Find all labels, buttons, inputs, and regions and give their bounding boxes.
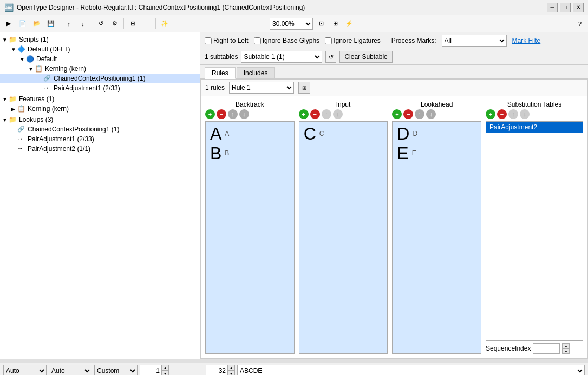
auto-select-1[interactable]: Auto [3,365,47,375]
substitution-table-list[interactable]: PairAdjustment2 [486,121,583,341]
tree-item-scripts[interactable]: ▼ 📁 Scripts (1) [0,35,200,44]
tree-item-default[interactable]: ▼ 🔵 Default [0,54,200,64]
magic-button[interactable]: ✨ [158,18,171,30]
backtrack-glyph-a[interactable]: A A [208,124,292,143]
tree-item-lookups[interactable]: ▼ 📁 Lookups (3) [0,115,200,124]
rule-select[interactable]: Rule 1 [229,82,294,94]
pair1-label: PairAdjustment1 (2/33) [54,84,120,92]
lookups-arrow[interactable]: ▼ [2,117,9,123]
input-glyph-c[interactable]: C C [302,124,386,143]
sequence-index-up[interactable]: ▲ [562,343,570,348]
lookahead-glyph-list[interactable]: D D E E [392,121,481,354]
zoom-page-button[interactable]: ⊞ [329,18,341,30]
sequence-index-label: SequenceIndex [486,345,531,352]
tree-item-lookup-pair1[interactable]: ↔ PairAdjustment1 (2/33) [0,134,200,144]
features-arrow[interactable]: ▼ [2,96,9,102]
tree-item-chained1[interactable]: 🔗 ChainedContextPositioning1 (1) [0,74,200,83]
custom-select[interactable]: Custom [94,365,138,375]
scripts-expand-button[interactable]: ▶ [2,18,15,30]
input-glyph-list[interactable]: C C [299,121,388,354]
number-input[interactable] [140,365,161,375]
subtable-refresh-button[interactable]: ↺ [325,51,336,63]
help-icon-button[interactable]: ? [574,18,586,30]
lookahead-header: Lookahead [392,101,481,109]
size-input[interactable] [206,365,227,375]
table-button[interactable]: ≡ [140,18,153,30]
ignore-base-glyphs-label[interactable]: Ignore Base Glyphs [254,37,319,44]
rule-grid-button[interactable]: ⊞ [298,82,310,94]
tab-includes[interactable]: Includes [237,67,275,78]
lookahead-glyph-e[interactable]: E E [395,143,479,163]
auto-select-2[interactable]: Auto [49,365,92,375]
subst-down-button[interactable]: ↓ [520,109,530,119]
backtrack-glyph-list[interactable]: A A B B [205,121,295,354]
tree-item-default-dflt[interactable]: ▼ 🔷 Default (DFLT) [0,44,200,54]
backtrack-remove-button[interactable]: − [217,109,226,119]
new-button[interactable]: 📄 [16,18,29,30]
tree-item-lookup-chain1[interactable]: 🔗 ChainedContextPositioning1 (1) [0,124,200,134]
close-button[interactable]: ✕ [573,3,584,12]
subst-up-button[interactable]: ↑ [508,109,518,119]
save-button[interactable]: 💾 [44,18,57,30]
lookahead-remove-button[interactable]: − [403,109,413,119]
lookahead-add-button[interactable]: + [392,109,402,119]
subtable-count: 1 subtables [205,53,238,61]
subtable-select[interactable]: Subtable 1 (1) [241,51,322,63]
subst-remove-button[interactable]: − [497,109,507,119]
ignore-base-glyphs-checkbox[interactable] [254,37,261,44]
grid-button[interactable]: ⊞ [126,18,139,30]
input-up-button[interactable]: ↑ [322,109,331,119]
zoom-fit-button[interactable]: ⊡ [315,18,327,30]
ignore-ligatures-label[interactable]: Ignore Ligatures [325,37,381,44]
tree-item-pair1[interactable]: ↔ PairAdjustment1 (2/33) [0,83,200,93]
clear-subtable-button[interactable]: Clear Subtable [339,51,392,63]
backtrack-down-button[interactable]: ↓ [239,109,249,119]
down-button[interactable]: ↓ [76,18,89,30]
preview-text-input[interactable]: ABCDE [237,365,585,375]
subst-add-button[interactable]: + [486,109,495,119]
size-down-button[interactable]: ▼ [227,371,235,375]
lightning-button[interactable]: ⚡ [343,18,355,30]
right-to-left-checkbox-label[interactable]: Right to Left [205,37,249,44]
tab-rules[interactable]: Rules [205,67,236,79]
mark-filter-link[interactable]: Mark Filte [512,37,541,44]
maximize-button[interactable]: □ [560,3,571,12]
kerning-l3-arrow[interactable]: ▼ [28,66,35,72]
process-marks-select[interactable]: All [442,35,507,47]
up-button[interactable]: ↑ [62,18,75,30]
kerning-feat-arrow[interactable]: ▶ [11,106,17,112]
scripts-arrow[interactable]: ▼ [2,37,9,43]
backtrack-glyph-b[interactable]: B B [208,143,292,163]
ignore-ligatures-checkbox[interactable] [325,37,332,44]
input-add-button[interactable]: + [299,109,309,119]
lookahead-down-button[interactable]: ↓ [426,109,436,119]
open-button[interactable]: 📂 [30,18,43,30]
number-down-button[interactable]: ▼ [161,371,169,375]
tree-item-lookup-pair2[interactable]: ↔ PairAdjustment2 (1/1) [0,144,200,154]
right-to-left-checkbox[interactable] [205,37,212,44]
refresh-button[interactable]: ↺ [94,18,107,30]
horizontal-splitter[interactable]: · · · · · · · · [0,359,588,363]
lookahead-glyph-d[interactable]: D D [395,124,479,143]
tree-item-kerning-l3[interactable]: ▼ 📋 Kerning (kern) [0,64,200,74]
lookahead-up-button[interactable]: ↑ [415,109,424,119]
default-arrow[interactable]: ▼ [19,56,26,62]
dflt-arrow[interactable]: ▼ [11,47,17,52]
input-remove-button[interactable]: − [310,109,320,119]
input-down-button[interactable]: ↓ [333,109,343,119]
sequence-index-input[interactable]: 0 [533,343,560,354]
tree-item-features[interactable]: ▼ 📁 Features (1) [0,94,200,104]
glyph-small-c: C [319,130,324,137]
size-up-button[interactable]: ▲ [227,365,235,371]
number-up-button[interactable]: ▲ [161,365,169,371]
scripts-label: Scripts (1) [19,36,49,43]
tree-item-kerning-feat[interactable]: ▶ 📋 Kerning (kern) [0,104,200,114]
chain-columns-container: Backtrack + − ↑ ↓ A A B [201,96,587,358]
zoom-select[interactable]: 30.00% 50.00% 100.00% [270,18,313,30]
backtrack-up-button[interactable]: ↑ [228,109,238,119]
backtrack-add-button[interactable]: + [205,109,215,119]
settings-button[interactable]: ⚙ [108,18,121,30]
subst-item-pairadj2[interactable]: PairAdjustment2 [486,122,583,133]
sequence-index-down[interactable]: ▼ [562,348,570,354]
minimize-button[interactable]: ─ [547,3,558,12]
